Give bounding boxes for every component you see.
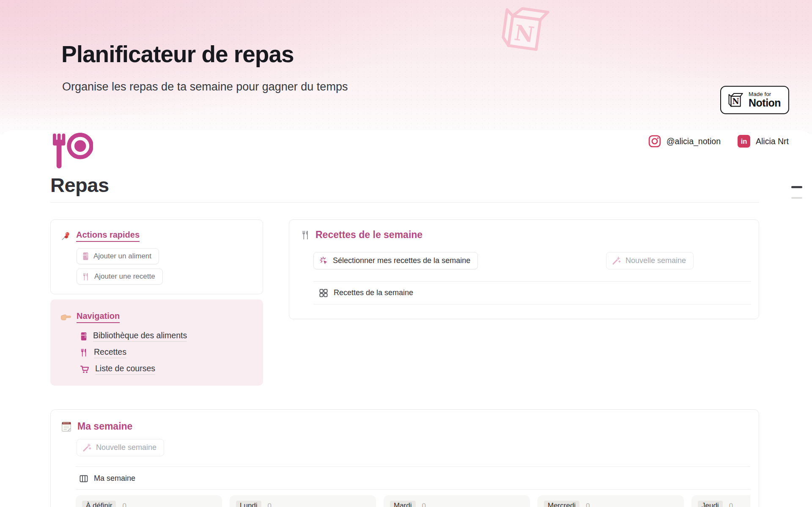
fridge-icon [80, 332, 87, 341]
my-week-board: À définir 0 Lundi 0 Mardi 0 Mercredi [76, 495, 750, 507]
column-label: À définir [82, 501, 116, 507]
new-week-button[interactable]: Nouvelle semaine [606, 252, 694, 269]
add-recipe-label: Ajouter une recette [94, 272, 155, 281]
week-recipes-view-label: Recettes de la semaine [334, 288, 413, 297]
cutlery-icon [82, 273, 90, 281]
svg-text:in: in [741, 137, 747, 145]
board-column-mercredi[interactable]: Mercredi 0 [538, 495, 684, 507]
column-label: Mercredi [544, 501, 579, 507]
column-count: 0 [268, 502, 272, 507]
my-week-view-tab[interactable]: Ma semaine [51, 467, 759, 489]
new-week-label: Nouvelle semaine [625, 256, 686, 265]
column-label: Jeudi [698, 501, 723, 507]
my-week-card: Ma semaine Nouvelle semaine [50, 409, 759, 507]
gallery-grid-icon [319, 289, 328, 297]
hero-header: N Planificateur de repas Organise les re… [0, 0, 812, 134]
page-title: Repas [50, 173, 759, 197]
notion-cube-icon: N [726, 92, 744, 109]
cutlery-gray-icon [302, 230, 310, 240]
svg-text:N: N [513, 20, 536, 48]
page-main-title: Planificateur de repas [61, 41, 294, 68]
badge-line1: Made for [749, 91, 781, 97]
made-for-notion-badge[interactable]: N Made for Notion [720, 86, 789, 114]
week-recipes-card: Recettes de le semaine [289, 219, 759, 319]
fork-and-plate-icon [52, 133, 93, 169]
cutlery-icon [80, 348, 88, 357]
instagram-handle: @alicia_notion [667, 137, 721, 146]
add-recipe-button[interactable]: Ajouter une recette [77, 269, 163, 285]
page-subtitle: Organise les repas de ta semaine pour ga… [62, 80, 348, 93]
column-count: 0 [122, 502, 126, 507]
page-title-row: Repas [50, 173, 759, 203]
page-content: Repas Actions rapides [0, 173, 812, 507]
my-week-view-label: Ma semaine [94, 474, 135, 483]
pushpin-icon [61, 231, 71, 241]
board-columns-icon [80, 474, 88, 483]
cart-icon [80, 365, 89, 373]
add-food-label: Ajouter un aliment [93, 252, 151, 260]
divider [313, 304, 751, 304]
magic-wand-icon [612, 256, 621, 265]
nav-item-label: Bibliothèque des aliments [93, 331, 187, 342]
fridge-icon [82, 252, 89, 260]
board-column-mardi[interactable]: Mardi 0 [384, 495, 530, 507]
click-sparkle-icon [319, 256, 328, 265]
instagram-icon [648, 135, 661, 148]
add-food-button[interactable]: Ajouter un aliment [77, 248, 159, 264]
column-count: 0 [729, 502, 733, 507]
nav-item-label: Recettes [94, 347, 126, 358]
navigation-title[interactable]: Navigation [77, 311, 120, 323]
notion-cube-watermark-icon: N [491, 0, 554, 60]
badge-line2: Notion [749, 97, 781, 108]
instagram-link[interactable]: @alicia_notion [648, 135, 721, 148]
select-week-recipes-label: Sélectionner mes recettes de la semaine [333, 256, 470, 265]
week-recipes-title: Recettes de le semaine [315, 229, 422, 241]
spiral-notepad-icon [61, 421, 72, 432]
board-column-lundi[interactable]: Lundi 0 [230, 495, 376, 507]
my-week-title: Ma semaine [77, 421, 132, 432]
linkedin-name: Alicia Nrt [756, 137, 789, 146]
linkedin-link[interactable]: in Alicia Nrt [738, 135, 789, 148]
nav-item-recipes[interactable]: Recettes [80, 347, 253, 358]
nav-item-label: Liste de courses [95, 364, 155, 375]
divider [76, 489, 750, 490]
pointing-hand-icon [60, 313, 71, 321]
new-week-label: Nouvelle semaine [96, 443, 156, 452]
quick-actions-title[interactable]: Actions rapides [76, 230, 140, 242]
linkedin-icon: in [738, 135, 750, 148]
new-week-button[interactable]: Nouvelle semaine [77, 439, 164, 456]
column-label: Mardi [390, 501, 416, 507]
nav-item-food-library[interactable]: Bibliothèque des aliments [80, 331, 253, 342]
magic-wand-icon [82, 443, 91, 452]
quick-actions-card: Actions rapides Ajouter un aliment [50, 219, 263, 294]
select-week-recipes-button[interactable]: Sélectionner mes recettes de la semaine [313, 252, 478, 269]
column-count: 0 [586, 502, 590, 507]
column-label: Lundi [236, 501, 261, 507]
board-column-a-definir[interactable]: À définir 0 [76, 495, 222, 507]
column-count: 0 [422, 502, 426, 507]
navigation-card: Navigation Bibliothèque des aliment [50, 299, 263, 386]
board-column-jeudi[interactable]: Jeudi 0 [691, 495, 750, 507]
nav-item-shopping-list[interactable]: Liste de courses [80, 364, 253, 375]
svg-text:N: N [732, 97, 739, 106]
social-bar: @alicia_notion in Alicia Nrt [0, 130, 812, 152]
week-recipes-view-row[interactable]: Recettes de la semaine [289, 282, 759, 304]
